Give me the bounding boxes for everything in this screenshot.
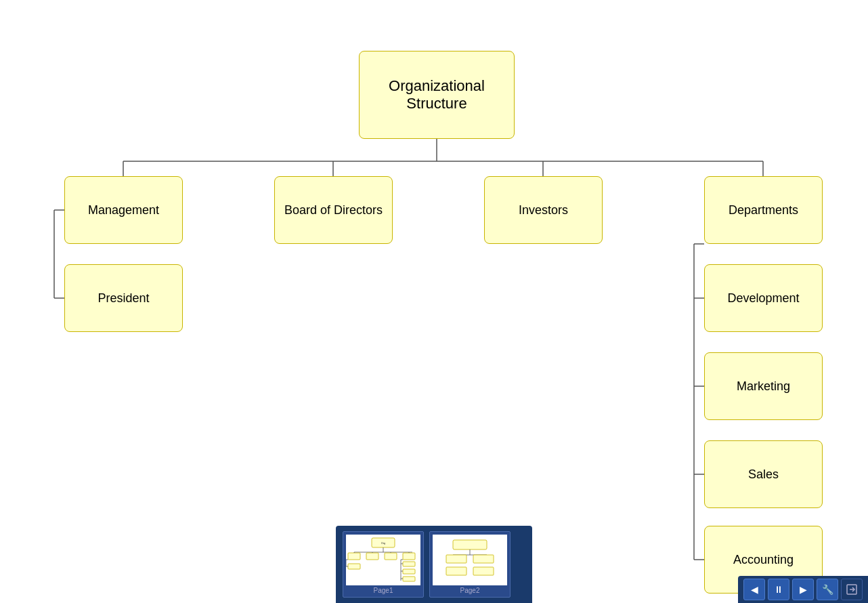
node-board[interactable]: Board of Directors	[274, 176, 393, 244]
svg-rect-38	[403, 577, 415, 581]
svg-rect-44	[446, 555, 466, 563]
node-sales[interactable]: Sales	[704, 440, 823, 508]
exit-button[interactable]	[841, 579, 863, 600]
node-root[interactable]: Organizational Structure	[359, 51, 515, 139]
node-investors[interactable]: Investors	[484, 176, 603, 244]
svg-rect-26	[403, 553, 415, 560]
svg-rect-46	[473, 555, 494, 563]
page1-label: Page1	[374, 587, 393, 594]
svg-rect-49	[473, 567, 494, 575]
diagram-area: Organizational Structure Management Pres…	[0, 0, 868, 603]
page-thumb-img-2	[433, 535, 507, 585]
page-thumb-img-1: Org	[346, 535, 420, 585]
svg-rect-22	[366, 553, 378, 560]
node-marketing[interactable]: Marketing	[704, 352, 823, 420]
settings-button[interactable]: 🔧	[817, 579, 838, 600]
page-thumb-1[interactable]: Org	[343, 531, 424, 598]
page2-label: Page2	[460, 587, 480, 594]
forward-button[interactable]: ▶	[792, 579, 814, 600]
svg-rect-24	[385, 553, 397, 560]
node-departments[interactable]: Departments	[704, 176, 823, 244]
node-management[interactable]: Management	[64, 176, 183, 244]
svg-text:Org: Org	[381, 541, 386, 545]
svg-rect-34	[403, 562, 415, 566]
back-button[interactable]: ◀	[743, 579, 765, 600]
svg-rect-48	[446, 567, 466, 575]
page-navigator: Org	[336, 526, 532, 603]
node-development[interactable]: Development	[704, 264, 823, 332]
pause-button[interactable]: ⏸	[768, 579, 789, 600]
svg-rect-41	[453, 540, 487, 549]
exit-icon	[846, 583, 858, 596]
svg-rect-36	[403, 569, 415, 574]
bottom-toolbar: ◀ ⏸ ▶ 🔧	[738, 576, 868, 603]
svg-rect-20	[348, 553, 360, 560]
svg-rect-28	[348, 564, 360, 569]
node-president[interactable]: President	[64, 264, 183, 332]
page-thumb-2[interactable]: Page2	[429, 531, 511, 598]
